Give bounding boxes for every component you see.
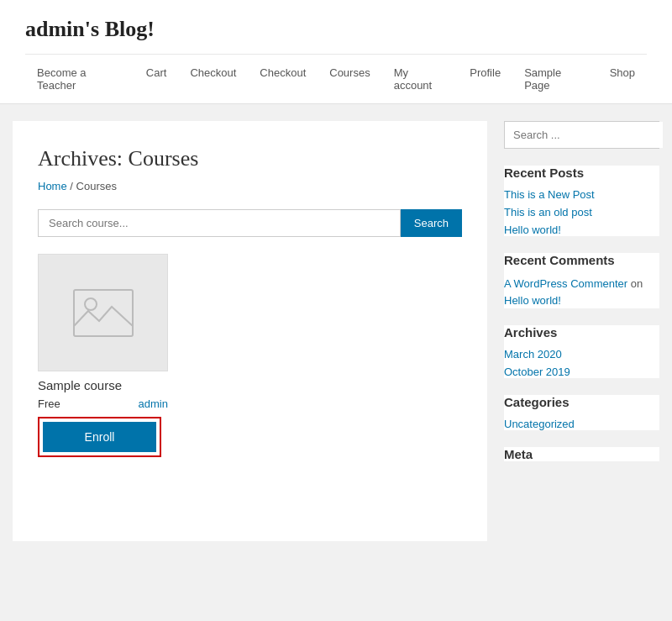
breadcrumb-separator: / <box>67 180 76 192</box>
breadcrumb-current: Courses <box>76 180 117 192</box>
recent-comments-section: Recent Comments A WordPress Commenter on… <box>504 253 659 308</box>
recent-comments-heading: Recent Comments <box>504 253 659 267</box>
course-card: Sample course Free admin Enroll <box>38 254 168 457</box>
recent-posts-heading: Recent Posts <box>504 166 659 180</box>
course-price: Free <box>38 397 60 410</box>
nav-checkout-1[interactable]: Checkout <box>178 55 248 103</box>
nav-courses[interactable]: Courses <box>318 55 381 103</box>
nav-checkout-2[interactable]: Checkout <box>248 55 318 103</box>
sidebar: 🔍 Recent Posts This is a New Post This i… <box>504 121 659 541</box>
comment-on-text: on <box>631 277 643 290</box>
archive-title: Archives: Courses <box>38 146 462 171</box>
nav-my-account[interactable]: My account <box>382 55 459 103</box>
recent-post-1[interactable]: This is a New Post <box>504 188 659 201</box>
comment-post-link[interactable]: Hello world! <box>504 294 561 307</box>
recent-comment-1: A WordPress Commenter on Hello world! <box>504 276 659 308</box>
recent-posts-section: Recent Posts This is a New Post This is … <box>504 166 659 236</box>
svg-point-1 <box>85 298 97 310</box>
svg-rect-0 <box>74 290 133 336</box>
recent-post-3[interactable]: Hello world! <box>504 224 659 236</box>
course-meta: Free admin <box>38 397 168 410</box>
breadcrumb: Home / Courses <box>38 180 462 192</box>
thumbnail-placeholder-icon <box>70 286 137 340</box>
comment-author-link[interactable]: A WordPress Commenter <box>504 277 627 290</box>
course-search-input[interactable] <box>38 209 401 237</box>
categories-heading: Categories <box>504 395 659 409</box>
nav-become-teacher[interactable]: Become a Teacher <box>25 55 134 103</box>
nav-shop[interactable]: Shop <box>598 55 647 103</box>
archives-heading: Archives <box>504 325 659 339</box>
archive-october-2019[interactable]: October 2019 <box>504 366 659 378</box>
sidebar-search-input[interactable] <box>505 122 663 148</box>
sidebar-search-button[interactable]: 🔍 <box>663 122 672 148</box>
breadcrumb-home[interactable]: Home <box>38 180 67 192</box>
enroll-wrapper: Enroll <box>38 417 161 457</box>
categories-section: Categories Uncategorized <box>504 395 659 430</box>
main-content: Archives: Courses Home / Courses Search … <box>13 121 487 541</box>
sidebar-search: 🔍 <box>504 121 659 149</box>
nav-cart[interactable]: Cart <box>134 55 179 103</box>
site-title: admin's Blog! <box>25 17 647 54</box>
course-search-button[interactable]: Search <box>401 209 462 237</box>
main-navigation: Become a Teacher Cart Checkout Checkout … <box>25 54 647 103</box>
archives-section: Archives March 2020 October 2019 <box>504 325 659 378</box>
course-search-bar: Search <box>38 209 462 237</box>
nav-profile[interactable]: Profile <box>458 55 512 103</box>
course-author[interactable]: admin <box>139 397 168 410</box>
meta-heading: Meta <box>504 447 659 461</box>
archive-march-2020[interactable]: March 2020 <box>504 348 659 360</box>
course-thumbnail <box>38 254 168 371</box>
enroll-button[interactable]: Enroll <box>43 422 156 452</box>
meta-section: Meta <box>504 447 659 461</box>
recent-post-2[interactable]: This is an old post <box>504 206 659 218</box>
course-title: Sample course <box>38 378 168 392</box>
category-uncategorized[interactable]: Uncategorized <box>504 418 659 430</box>
nav-sample-page[interactable]: Sample Page <box>512 55 598 103</box>
